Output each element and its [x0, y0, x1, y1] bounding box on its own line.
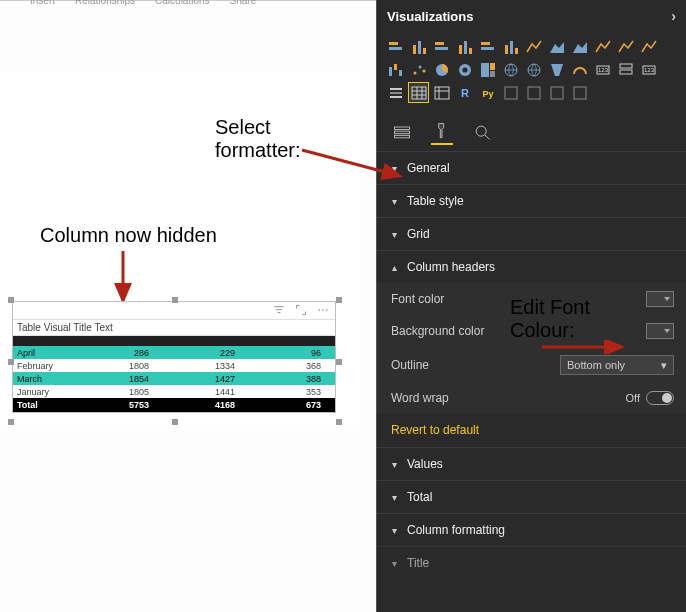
svg-rect-5 — [276, 309, 282, 310]
table-row[interactable]: March 1854 1427 388 — [13, 372, 335, 385]
filter-icon[interactable] — [273, 302, 285, 320]
svg-point-32 — [422, 69, 425, 72]
viz-kpi-icon[interactable]: 123 — [638, 59, 659, 80]
chevron-down-icon: ▾ — [661, 359, 667, 372]
ribbon-tabs: Insert Relationships Calculations Share — [0, 0, 376, 9]
focus-mode-icon[interactable] — [295, 302, 307, 320]
font-color-picker[interactable] — [646, 291, 674, 307]
revert-to-default-link[interactable]: Revert to default — [377, 413, 686, 447]
viz-py-visual-icon[interactable]: Py — [477, 82, 498, 103]
viz-100-stacked-column-icon[interactable] — [500, 36, 521, 57]
viz-line-clustered-icon[interactable] — [592, 36, 613, 57]
table-visual[interactable]: Table Visual Title Text April 286 229 96… — [12, 301, 336, 413]
resize-handle[interactable] — [336, 419, 342, 425]
ribbon-tab-share[interactable]: Share — [230, 0, 257, 9]
viz-decomposition-icon[interactable] — [523, 82, 544, 103]
svg-rect-29 — [399, 70, 402, 76]
arrow-to-hidden-column — [113, 249, 133, 309]
svg-marker-41 — [551, 64, 563, 76]
viz-pie-icon[interactable] — [431, 59, 452, 80]
viz-stacked-bar-icon[interactable] — [385, 36, 406, 57]
viz-area-icon[interactable] — [546, 36, 567, 57]
viz-map-icon[interactable] — [500, 59, 521, 80]
resize-handle[interactable] — [336, 359, 342, 365]
resize-handle[interactable] — [8, 359, 14, 365]
viz-clustered-column-icon[interactable] — [454, 36, 475, 57]
tab-format[interactable] — [431, 123, 453, 145]
ribbon-tab-insert[interactable]: Insert — [30, 0, 55, 9]
viz-table-icon[interactable] — [408, 82, 429, 103]
viz-card-icon[interactable]: 123 — [592, 59, 613, 80]
section-general[interactable]: ▾General — [377, 151, 686, 184]
svg-rect-16 — [435, 47, 448, 50]
section-column-headers[interactable]: ▴Column headers — [377, 250, 686, 283]
viz-slicer-icon[interactable] — [385, 82, 406, 103]
svg-rect-22 — [505, 45, 508, 54]
section-column-formatting[interactable]: ▾Column formatting — [377, 513, 686, 546]
resize-handle[interactable] — [172, 419, 178, 425]
viz-line-icon[interactable] — [523, 36, 544, 57]
viz-donut-icon[interactable] — [454, 59, 475, 80]
svg-rect-18 — [464, 41, 467, 54]
viz-100-stacked-bar-icon[interactable] — [477, 36, 498, 57]
svg-point-31 — [418, 65, 421, 68]
arrow-to-format-tab — [300, 146, 410, 186]
section-values[interactable]: ▾Values — [377, 447, 686, 480]
ribbon-tab-relationships[interactable]: Relationships — [75, 0, 135, 9]
table-body: April 286 229 96 February 1808 1334 368 … — [13, 346, 335, 398]
viz-gauge-icon[interactable] — [569, 59, 590, 80]
resize-handle[interactable] — [8, 419, 14, 425]
viz-stacked-area-icon[interactable] — [569, 36, 590, 57]
annotation-column-hidden: Column now hidden — [40, 224, 217, 247]
viz-ribbon-icon[interactable] — [638, 36, 659, 57]
svg-rect-4 — [275, 306, 284, 307]
outline-select[interactable]: Bottom only ▾ — [560, 355, 674, 375]
table-row[interactable]: February 1808 1334 368 — [13, 359, 335, 372]
table-row[interactable]: January 1805 1441 353 — [13, 385, 335, 398]
more-options-icon[interactable] — [317, 302, 329, 320]
svg-rect-61 — [505, 87, 517, 99]
viz-r-visual-icon[interactable]: R — [454, 82, 475, 103]
section-grid[interactable]: ▾Grid — [377, 217, 686, 250]
viz-store-icon[interactable] — [569, 82, 590, 103]
resize-handle[interactable] — [172, 297, 178, 303]
viz-matrix-icon[interactable] — [431, 82, 452, 103]
svg-rect-67 — [395, 135, 410, 138]
section-table-style[interactable]: ▾Table style — [377, 184, 686, 217]
viz-clustered-bar-icon[interactable] — [431, 36, 452, 57]
svg-rect-11 — [389, 47, 402, 50]
resize-handle[interactable] — [8, 297, 14, 303]
svg-rect-23 — [510, 41, 513, 54]
section-total[interactable]: ▾Total — [377, 480, 686, 513]
viz-treemap-icon[interactable] — [477, 59, 498, 80]
svg-rect-56 — [435, 87, 449, 99]
viz-filled-map-icon[interactable] — [523, 59, 544, 80]
svg-text:123: 123 — [597, 67, 608, 73]
viz-multi-row-icon[interactable] — [615, 59, 636, 80]
svg-rect-6 — [278, 312, 281, 313]
viz-line-stacked-icon[interactable] — [615, 36, 636, 57]
svg-line-69 — [485, 135, 490, 140]
viz-stacked-column-icon[interactable] — [408, 36, 429, 57]
svg-rect-64 — [574, 87, 586, 99]
section-title[interactable]: ▾Title — [377, 546, 686, 579]
svg-text:Py: Py — [482, 89, 493, 99]
viz-funnel-icon[interactable] — [546, 59, 567, 80]
table-row[interactable]: April 286 229 96 — [13, 346, 335, 359]
tab-analytics[interactable] — [471, 123, 493, 145]
viz-key-influencers-icon[interactable] — [500, 82, 521, 103]
svg-rect-21 — [481, 47, 494, 50]
svg-line-1 — [302, 150, 400, 176]
svg-point-9 — [326, 309, 328, 311]
word-wrap-toggle[interactable] — [646, 391, 674, 405]
viz-waterfall-icon[interactable] — [385, 59, 406, 80]
tab-fields[interactable] — [391, 123, 413, 145]
background-color-picker[interactable] — [646, 323, 674, 339]
ribbon-tab-calculations[interactable]: Calculations — [155, 0, 209, 9]
viz-qa-icon[interactable] — [546, 82, 567, 103]
viz-scatter-icon[interactable] — [408, 59, 429, 80]
svg-rect-36 — [481, 63, 489, 77]
table-column-header-row — [13, 336, 335, 346]
resize-handle[interactable] — [336, 297, 342, 303]
collapse-pane-icon[interactable]: › — [671, 8, 676, 24]
